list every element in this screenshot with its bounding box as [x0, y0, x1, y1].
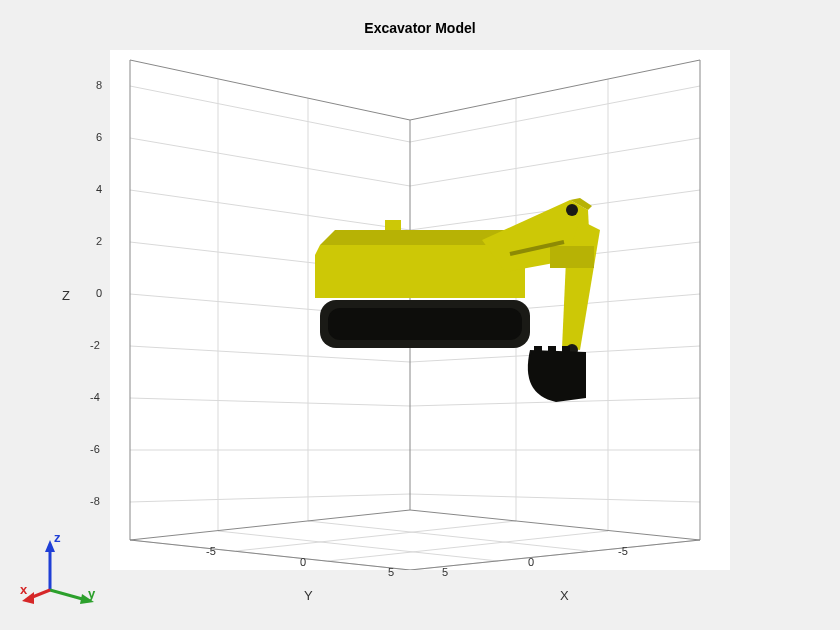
svg-rect-46	[548, 346, 556, 368]
svg-line-51	[50, 590, 86, 600]
y-tick: 5	[388, 566, 394, 578]
svg-rect-35	[328, 308, 522, 340]
triad-y-label: y	[88, 586, 95, 601]
z-tick: -8	[90, 495, 100, 507]
figure-window: Excavator Model	[0, 0, 840, 630]
z-tick: -2	[90, 339, 100, 351]
z-tick: 8	[96, 79, 102, 91]
z-tick: 2	[96, 235, 102, 247]
x-tick: 5	[442, 566, 448, 578]
z-tick: 4	[96, 183, 102, 195]
y-axis-label: Y	[304, 588, 313, 603]
svg-rect-45	[534, 346, 542, 368]
triad-x-label: x	[20, 582, 27, 597]
svg-rect-42	[550, 246, 594, 268]
triad-z-label: z	[54, 530, 61, 545]
z-tick: -6	[90, 443, 100, 455]
y-tick: 0	[300, 556, 306, 568]
svg-marker-37	[320, 230, 510, 245]
svg-rect-38	[385, 220, 401, 230]
axes-3d[interactable]	[110, 50, 730, 570]
x-tick: 0	[528, 556, 534, 568]
x-tick: -5	[618, 545, 628, 557]
z-tick: 6	[96, 131, 102, 143]
svg-point-43	[566, 204, 578, 216]
z-axis-label: Z	[62, 288, 70, 303]
y-tick: -5	[206, 545, 216, 557]
z-tick: -4	[90, 391, 100, 403]
z-tick: 0	[96, 287, 102, 299]
svg-rect-47	[562, 346, 570, 368]
plot-title: Excavator Model	[0, 20, 840, 36]
x-axis-label: X	[560, 588, 569, 603]
axes-box	[110, 50, 730, 570]
orientation-triad[interactable]: z y x	[20, 530, 100, 610]
